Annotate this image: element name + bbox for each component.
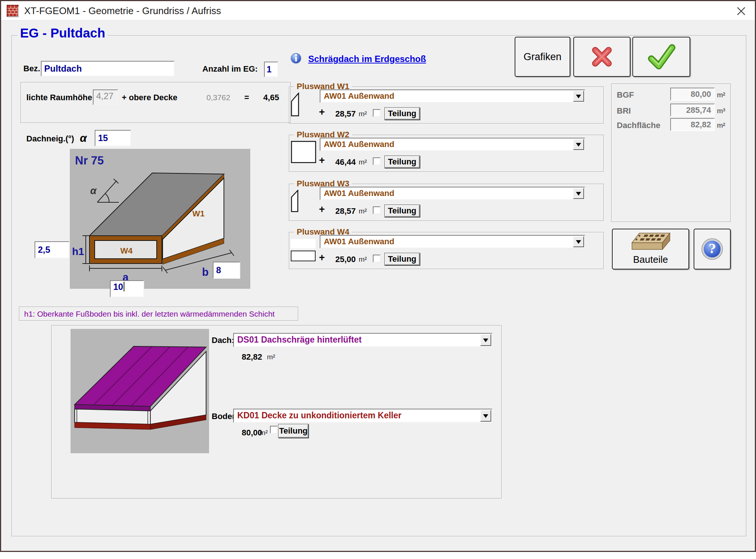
wand-w1-dropdown[interactable]: AW01 Außenwand (320, 89, 585, 103)
teilung-w1-checkbox[interactable] (373, 109, 381, 117)
teilung-w1-button[interactable]: Teilung (384, 107, 420, 120)
wand-w2-area: 46,44 (328, 157, 356, 167)
teilung-w3-checkbox[interactable] (373, 206, 381, 214)
teilung-w4-checkbox[interactable] (373, 255, 381, 262)
dach-label: Dach: (212, 336, 234, 345)
confirm-button[interactable] (632, 37, 690, 77)
cancel-button[interactable] (573, 37, 630, 77)
boden-dropdown[interactable]: KD01 Decke zu unkonditioniertem Keller (233, 409, 492, 423)
raumhoehe-value: 4,27 (93, 89, 118, 105)
wand-w3-dropdown[interactable]: AW01 Außenwand (320, 187, 585, 200)
alpha-symbol: α (80, 132, 87, 144)
a-input[interactable]: 10 (110, 280, 144, 297)
wall-shape-w4-icon (291, 239, 316, 248)
green-check-icon (645, 43, 677, 71)
wall-shape-w3-icon (291, 190, 299, 213)
bauteile-label: Bauteile (633, 254, 668, 265)
unit-label: m² (260, 429, 268, 437)
plus-sign: + (319, 252, 325, 264)
unit-label: m² (717, 91, 725, 99)
bgf-label: BGF (617, 90, 634, 100)
titlebar: XT-FGEOM1 - Geometrie - Grundriss / Aufr… (1, 1, 755, 20)
dach-area: 82,82 (242, 352, 262, 362)
dachneigung-label: Dachneig.(°) (26, 134, 74, 144)
help-button[interactable]: ? (694, 229, 731, 269)
teilung-w2-checkbox[interactable] (373, 157, 381, 165)
bgf-value: 80,00 (670, 88, 715, 101)
obere-decke-value: 0,3762 (206, 93, 230, 102)
raumhoehe-label: lichte Raumhöhe (26, 93, 92, 102)
teilung-boden-checkbox[interactable] (270, 426, 278, 434)
unit-label: m² (359, 158, 367, 166)
dachflaeche-label: Dachfläche (617, 121, 660, 130)
diagram-nr-label: Nr 75 (75, 154, 104, 167)
svg-text:?: ? (708, 242, 716, 256)
h1-note-text: h1: Oberkante Fußboden bis inkl. der let… (24, 310, 275, 318)
wand-w3-area: 28,57 (328, 206, 356, 216)
wand-w4-area: 25,00 (328, 255, 356, 264)
dachflaeche-value: 82,82 (670, 118, 715, 131)
bezeichnung-input[interactable] (41, 61, 175, 76)
gesamthoehe-value: 4,65 (263, 93, 279, 102)
brick-app-icon (7, 5, 19, 17)
teilung-w4-button[interactable]: Teilung (384, 253, 420, 265)
anzahl-input[interactable] (264, 62, 278, 77)
wall-shape-w2-icon (291, 141, 317, 164)
wall-shape-w4b-icon (291, 251, 316, 261)
chevron-down-icon[interactable] (573, 188, 584, 199)
grafiken-button[interactable]: Grafiken (515, 37, 570, 77)
page-title: EG - Pultdach (17, 26, 108, 40)
dach-preview-diagram (71, 329, 209, 453)
wand-w4-dropdown[interactable]: AW01 Außenwand (320, 235, 585, 248)
bez-label: Bez. (23, 64, 40, 73)
dachneigung-input[interactable] (95, 130, 131, 146)
equals-sign: = (244, 93, 249, 102)
info-icon[interactable] (290, 52, 302, 65)
diagram-h1-label: h1 (72, 246, 84, 257)
wand-w1-area: 28,57 (328, 109, 356, 119)
chevron-down-icon[interactable] (480, 410, 491, 422)
diagram-w1-label: W1 (192, 209, 205, 218)
unit-label: m² (359, 110, 367, 118)
teilung-w2-button[interactable]: Teilung (384, 156, 420, 168)
plus-sign: + (319, 107, 325, 118)
wand-w2-dropdown[interactable]: AW01 Außenwand (320, 138, 585, 151)
chevron-down-icon[interactable] (480, 334, 491, 346)
bri-label: BRI (617, 106, 631, 116)
raumhoehe-box (20, 82, 291, 123)
plus-sign: + (319, 204, 325, 215)
bri-value: 285,74 (670, 104, 715, 117)
bauteile-button[interactable]: Bauteile (612, 229, 689, 269)
dach-dropdown[interactable]: DS01 Dachschräge hinterlüftet (233, 333, 492, 347)
anzahl-label: Anzahl im EG: (202, 64, 258, 74)
unit-label: m² (717, 121, 725, 130)
obere-decke-label: + obere Decke (122, 93, 177, 102)
text-cursor (124, 282, 124, 291)
question-mark-icon: ? (701, 238, 723, 260)
red-x-icon (587, 42, 617, 72)
chevron-down-icon[interactable] (573, 139, 584, 150)
diagram-alpha-label: α (90, 185, 97, 196)
chevron-down-icon[interactable] (573, 236, 584, 247)
window-title: XT-FGEOM1 - Geometrie - Grundriss / Aufr… (24, 5, 221, 17)
diagram-b-label: b (202, 266, 209, 278)
unit-label: m³ (717, 107, 725, 115)
close-icon[interactable] (736, 6, 747, 17)
unit-label: m² (359, 207, 367, 215)
teilung-boden-button[interactable]: Teilung (278, 424, 309, 438)
h1-input[interactable] (35, 241, 69, 258)
plus-sign: + (319, 155, 325, 166)
teilung-w3-button[interactable]: Teilung (384, 205, 420, 217)
diagram-w4-label: W4 (120, 246, 133, 255)
schraegdach-link[interactable]: Schrägdach im Erdgeschoß (308, 54, 426, 64)
wall-shape-w1-icon (291, 92, 300, 117)
chevron-down-icon[interactable] (573, 91, 584, 102)
dialog-window: XT-FGEOM1 - Geometrie - Grundriss / Aufr… (0, 0, 756, 552)
unit-label: m² (359, 255, 367, 264)
b-input[interactable] (213, 262, 240, 279)
brick-icon (630, 232, 671, 252)
unit-label: m² (267, 353, 275, 361)
boden-area: 80,00 (242, 428, 262, 438)
